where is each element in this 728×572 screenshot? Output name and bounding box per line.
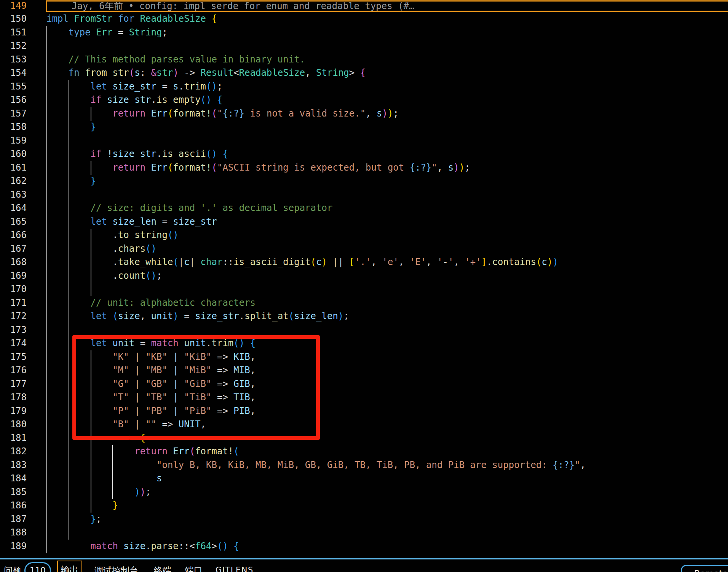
line-number: 155 xyxy=(0,80,27,94)
code-line: 170 xyxy=(0,283,728,296)
code-line: 151 type Err = String; xyxy=(0,26,728,40)
line-number: 169 xyxy=(0,269,27,283)
line-number: 164 xyxy=(0,201,27,215)
code-editor[interactable]: 149 Jay, 6年前 • config: impl serde for en… xyxy=(0,0,728,572)
indent-guide xyxy=(91,107,91,121)
code-line: 172 let (size, unit) = size_str.split_at… xyxy=(0,310,728,323)
line-number: 175 xyxy=(0,350,27,364)
line-number: 185 xyxy=(0,486,27,499)
indent-guide xyxy=(91,229,91,297)
line-number: 153 xyxy=(0,53,27,67)
code-line: 187 }; xyxy=(0,513,728,526)
line-number: 163 xyxy=(0,188,27,202)
code-line: 157 return Err(format!("{:?} is not a va… xyxy=(0,107,728,121)
code-line: 189 match size.parse::<f64>() { xyxy=(0,540,728,553)
line-number: 182 xyxy=(0,445,27,459)
line-number: 165 xyxy=(0,215,27,229)
bottom-panel: 问题 110 输出 调试控制台 终端 端口 GITLENS Remote xyxy=(0,559,728,572)
line-number: 161 xyxy=(0,161,27,175)
code-line: 155 let size_str = s.trim(); xyxy=(0,80,728,94)
red-annotation-box xyxy=(72,335,320,440)
line-number: 173 xyxy=(0,323,27,337)
line-number: 181 xyxy=(0,431,27,445)
code-line: 168 .take_while(|c| char::is_ascii_digit… xyxy=(0,256,728,269)
line-number: 184 xyxy=(0,472,27,486)
code-line: 161 return Err(format!("ASCII string is … xyxy=(0,161,728,175)
line-number: 166 xyxy=(0,228,27,242)
line-number: 152 xyxy=(0,39,27,53)
line-number: 180 xyxy=(0,418,27,431)
line-number: 177 xyxy=(0,377,27,391)
panel-tab-terminal[interactable]: 终端 xyxy=(154,565,171,572)
blame-annotation-text: Jay, 6年前 • config: impl serde for enum a… xyxy=(72,1,415,11)
line-number: 183 xyxy=(0,459,27,472)
line-number: 176 xyxy=(0,364,27,377)
line-number: 162 xyxy=(0,174,27,188)
line-number: 157 xyxy=(0,107,27,121)
code-line: 152 xyxy=(0,39,728,53)
line-number: 151 xyxy=(0,26,27,40)
line-number: 168 xyxy=(0,256,27,269)
code-line: 183 "only B, KB, KiB, MB, MiB, GB, GiB, … xyxy=(0,459,728,472)
code-line: 150impl FromStr for ReadableSize { xyxy=(0,12,728,26)
line-number: 178 xyxy=(0,391,27,404)
code-line: 173 xyxy=(0,323,728,337)
code-line: 188 xyxy=(0,526,728,540)
line-number: 154 xyxy=(0,66,27,80)
line-number: 159 xyxy=(0,134,27,148)
indent-guide xyxy=(46,26,47,553)
code-line: 167 .chars() xyxy=(0,242,728,256)
line-number: 156 xyxy=(0,93,27,107)
code-line: 164 // size: digits and '.' as decimal s… xyxy=(0,201,728,215)
panel-tab-ports[interactable]: 端口 xyxy=(185,565,203,572)
code-line: 160 if !size_str.is_ascii() { xyxy=(0,147,728,161)
indent-guide xyxy=(91,161,91,175)
code-line: 162 } xyxy=(0,174,728,188)
line-number: 188 xyxy=(0,526,27,540)
code-line: 158 } xyxy=(0,120,728,134)
line-number: 187 xyxy=(0,513,27,526)
indent-guide xyxy=(112,445,113,499)
problems-count-badge: 110 xyxy=(24,562,51,572)
code-line: 165 let size_len = size_str xyxy=(0,215,728,229)
code-line: 186 } xyxy=(0,499,728,513)
code-line: 166 .to_string() xyxy=(0,228,728,242)
code-line: 154 fn from_str(s: &str) -> Result<Reada… xyxy=(0,66,728,80)
remote-button[interactable]: Remote xyxy=(681,565,728,572)
line-number: 179 xyxy=(0,404,27,418)
panel-tab-output-label: 输出 xyxy=(61,565,78,572)
line-number: 189 xyxy=(0,540,27,553)
code-lines: 150impl FromStr for ReadableSize {151 ty… xyxy=(0,12,728,553)
line-number: 170 xyxy=(0,283,27,296)
code-line: 169 .count(); xyxy=(0,269,728,283)
panel-tab-gitlens[interactable]: GITLENS xyxy=(216,566,254,572)
code-line: 156 if size_str.is_empty() { xyxy=(0,93,728,107)
code-line: 153 // This method parses value in binar… xyxy=(0,53,728,67)
code-line: 171 // unit: alphabetic characters xyxy=(0,296,728,310)
line-number: 174 xyxy=(0,337,27,350)
panel-tab-output[interactable]: 输出 xyxy=(57,561,82,572)
line-number: 172 xyxy=(0,310,27,323)
indent-guide xyxy=(69,80,69,540)
code-line: 159 xyxy=(0,134,728,148)
code-line: 184 s xyxy=(0,472,728,486)
line-number: 150 xyxy=(0,12,27,26)
line-number: 167 xyxy=(0,242,27,256)
panel-tab-debug-console[interactable]: 调试控制台 xyxy=(94,565,138,572)
panel-tab-problems[interactable]: 问题 xyxy=(4,565,21,572)
code-line: 182 return Err(format!( xyxy=(0,445,728,459)
code-line: 163 xyxy=(0,188,728,202)
line-number-active: 149 xyxy=(0,0,27,12)
blame-annotation-box[interactable]: Jay, 6年前 • config: impl serde for enum a… xyxy=(46,0,728,12)
line-number: 186 xyxy=(0,499,27,513)
line-number: 158 xyxy=(0,120,27,134)
line-number: 160 xyxy=(0,147,27,161)
line-number: 171 xyxy=(0,296,27,310)
code-line: 185 )); xyxy=(0,486,728,499)
